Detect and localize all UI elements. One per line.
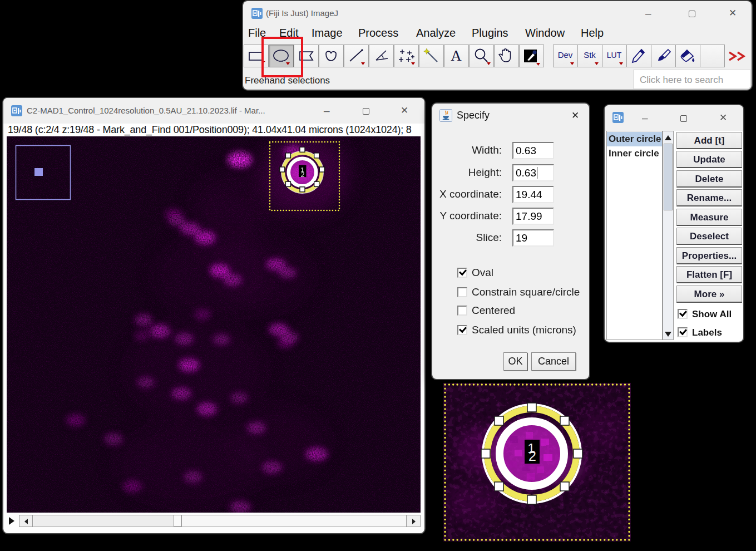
svg-text:2: 2 — [301, 171, 305, 179]
svg-text:Stk: Stk — [584, 50, 596, 60]
svg-text:Dev: Dev — [558, 50, 573, 60]
svg-text:A: A — [451, 47, 462, 64]
svg-text:2: 2 — [528, 448, 536, 464]
svg-text:LUT: LUT — [607, 51, 622, 60]
